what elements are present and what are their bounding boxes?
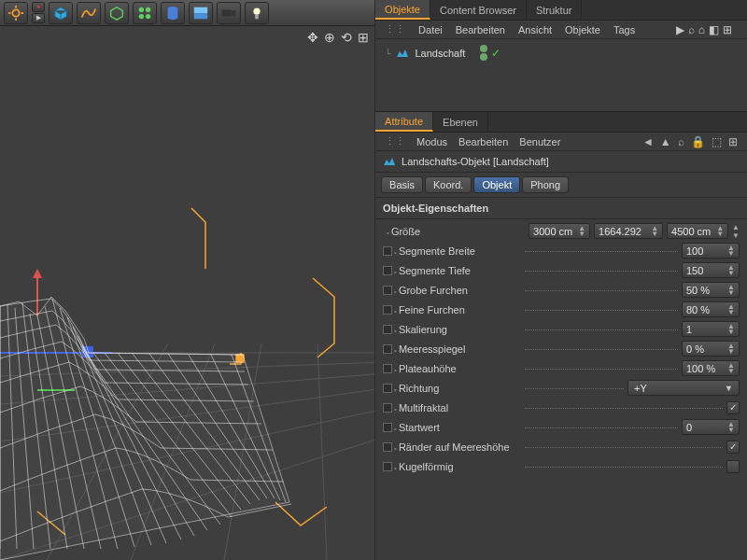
deformer-icon[interactable]	[161, 2, 185, 24]
prop-label: Feine Furchen	[394, 304, 525, 315]
viewport[interactable]: ✥ ⊕ ⟲ ⊞	[0, 26, 374, 560]
prop-label: Größe	[387, 226, 517, 237]
floor-icon[interactable]	[189, 2, 213, 24]
number-input[interactable]: 4500 cm▲▼	[667, 223, 728, 239]
object-tree[interactable]: └ Landschaft ✓	[375, 39, 747, 112]
svg-point-12	[253, 7, 260, 14]
prop-label: Plateauhöhe	[394, 363, 525, 374]
svg-rect-10	[194, 7, 207, 12]
svg-point-7	[139, 13, 144, 18]
nurbs-icon[interactable]	[105, 2, 129, 24]
tab-objekte[interactable]: Objekte	[375, 0, 430, 20]
dropdown[interactable]: +Y▼	[627, 380, 740, 396]
array-icon[interactable]	[133, 2, 157, 24]
properties-list: Größe3000 cm▲▼1664.292▲▼4500 cm▲▼▲▼Segme…	[375, 219, 747, 478]
landscape-icon	[383, 155, 396, 168]
prop-label: Skalierung	[394, 324, 525, 335]
expand-attr-icon[interactable]: ⊞	[728, 135, 738, 148]
number-input[interactable]: 100▲▼	[682, 243, 740, 259]
attr-object-header: Landschafts-Objekt [Landschaft]	[375, 151, 747, 173]
menu-tags[interactable]: Tags	[613, 24, 635, 35]
svg-line-23	[317, 343, 327, 560]
checkbox[interactable]: ✓	[726, 441, 740, 454]
tree-label: Landschaft	[415, 48, 465, 59]
overflow-icon[interactable]: ▶	[676, 23, 684, 36]
gear-icon[interactable]	[4, 2, 28, 24]
pill-basis[interactable]: Basis	[381, 176, 423, 193]
view-icon[interactable]: ◧	[709, 23, 719, 36]
tree-item-landschaft[interactable]: └ Landschaft ✓	[385, 45, 738, 61]
number-input[interactable]: 1664.292▲▼	[594, 223, 663, 239]
pill-koord[interactable]: Koord.	[425, 176, 472, 193]
number-input[interactable]: 3000 cm▲▼	[529, 223, 590, 239]
search-attr-icon[interactable]: ⌕	[678, 135, 684, 148]
menu-objekte[interactable]: Objekte	[565, 24, 600, 35]
prop-label: Meeresspiegel	[394, 343, 525, 355]
svg-rect-9	[194, 13, 207, 19]
number-input[interactable]: 80 %▲▼	[682, 301, 740, 317]
cube-icon[interactable]	[49, 2, 73, 24]
svg-rect-13	[255, 14, 259, 18]
menu-bearbeiten[interactable]: Bearbeiten	[456, 24, 505, 35]
up-icon[interactable]: ▲	[660, 135, 671, 148]
main-toolbar: ●▶	[0, 0, 374, 26]
tab-struktur[interactable]: Struktur	[527, 0, 583, 20]
tab-ebenen[interactable]: Ebenen	[433, 112, 488, 132]
prop-label: Segmente Tiefe	[394, 265, 525, 276]
svg-point-6	[146, 7, 150, 11]
prop-label: Startwert	[394, 422, 525, 433]
svg-point-0	[12, 9, 19, 16]
pill-phong[interactable]: Phong	[522, 176, 569, 193]
search-icon[interactable]: ⌕	[688, 23, 695, 36]
objects-menu: ⋮⋮ Datei Bearbeiten Ansicht Objekte Tags…	[375, 21, 747, 39]
number-input[interactable]: 50 %▲▼	[682, 282, 740, 298]
svg-point-5	[139, 7, 144, 11]
pill-objekt[interactable]: Objekt	[473, 176, 520, 193]
number-input[interactable]: 100 %▲▼	[682, 360, 740, 376]
number-input[interactable]: 0▲▼	[682, 419, 740, 435]
section-title: Objekt-Eigenschaften	[375, 197, 747, 219]
tab-content-browser[interactable]: Content Browser	[430, 0, 527, 20]
prop-label: Multifraktal	[394, 402, 525, 413]
home-icon[interactable]: ⌂	[698, 23, 705, 36]
prop-label: Grobe Furchen	[394, 285, 525, 296]
check-icon[interactable]: ✓	[491, 47, 500, 60]
menu-ansicht[interactable]: Ansicht	[518, 24, 552, 35]
number-input[interactable]: 1▲▼	[682, 321, 740, 337]
camera-icon[interactable]	[217, 2, 241, 24]
back-icon[interactable]: ◄	[642, 135, 654, 148]
prop-label: Kugelförmig	[394, 461, 525, 472]
prop-label: Richtung	[394, 383, 525, 394]
tab-attribute[interactable]: Attribute	[375, 112, 433, 132]
prop-label: Segmente Breite	[394, 245, 525, 257]
attr-pill-tabs: Basis Koord. Objekt Phong	[375, 173, 747, 197]
objects-tabs: Objekte Content Browser Struktur	[375, 0, 747, 21]
light-icon[interactable]	[245, 2, 269, 24]
checkbox[interactable]	[726, 460, 740, 473]
dock-icon[interactable]: ⬚	[712, 135, 722, 148]
expand-icon[interactable]: ⊞	[723, 23, 732, 36]
svg-point-8	[146, 13, 150, 18]
menu-bearbeiten-attr[interactable]: Bearbeiten	[458, 136, 508, 147]
lock-icon[interactable]: 🔒	[691, 135, 705, 148]
number-input[interactable]: 0 %▲▼	[682, 341, 740, 357]
spline-icon[interactable]	[77, 2, 101, 24]
landscape-icon	[396, 47, 409, 60]
menu-benutzer[interactable]: Benutzer	[519, 136, 560, 147]
checkbox[interactable]: ✓	[726, 401, 740, 414]
menu-datei[interactable]: Datei	[418, 24, 443, 35]
prop-label: Ränder auf Meereshöhe	[394, 441, 525, 453]
svg-rect-11	[222, 9, 232, 16]
number-input[interactable]: 150▲▼	[682, 262, 740, 278]
attributes-menu: ⋮⋮ Modus Bearbeiten Benutzer ◄ ▲ ⌕ 🔒 ⬚ ⊞	[375, 133, 747, 151]
attributes-tabs: Attribute Ebenen	[375, 112, 747, 133]
menu-modus[interactable]: Modus	[416, 136, 447, 147]
